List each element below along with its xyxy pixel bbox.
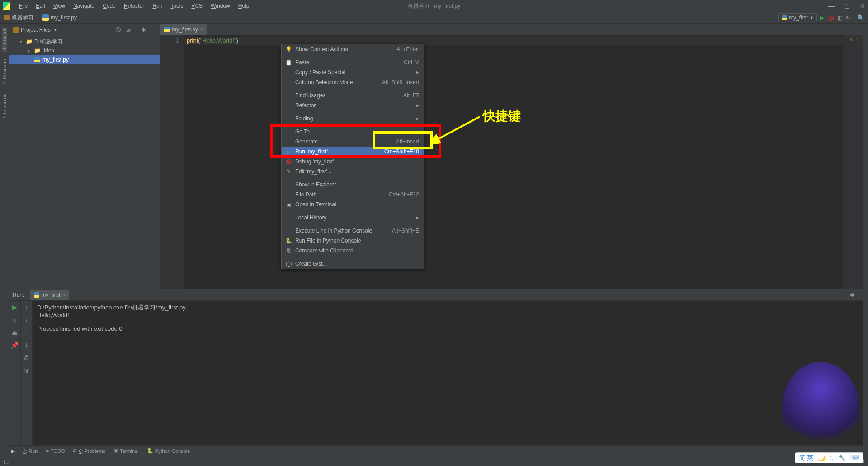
ctx-open-in-terminal[interactable]: ▣Open in Terminal [282, 200, 424, 209]
menu-code[interactable]: Code [99, 1, 119, 10]
stripe-project[interactable]: 1: Project [2, 27, 7, 52]
coverage-button[interactable]: ◧ [837, 14, 843, 21]
search-everywhere-button[interactable]: 🔍 [857, 14, 864, 21]
menu-window[interactable]: Window [207, 1, 234, 10]
run-config-selector[interactable]: my_first ▼ [778, 13, 817, 22]
ctx-file-path[interactable]: File PathCtrl+Alt+F12 [282, 190, 424, 200]
stripe-structure[interactable]: 7: Structure [2, 57, 7, 86]
select-opened-file-button[interactable]: ⦿ [115, 26, 121, 33]
menu-refactor[interactable]: Refactor [120, 1, 148, 10]
clear-button[interactable]: 🗑 [24, 367, 30, 374]
ime-settings-icon[interactable]: 🔧 [838, 454, 846, 461]
run-vertical-toolbar: ▶ ■ ⏏ 📌 [9, 301, 21, 456]
shortcut-label: Ctrl+Alt+F12 [389, 191, 419, 198]
close-tab-button[interactable]: × [200, 26, 203, 33]
ime-lang[interactable]: 简 英 [799, 454, 813, 462]
ime-bar[interactable]: 简 英 🌙 :, 🔧 ⌨ [795, 452, 863, 463]
tree-arrow-icon[interactable]: ▾ [20, 39, 25, 44]
ctx-paste[interactable]: 📋PasteCtrl+V [282, 57, 424, 67]
profile-button[interactable]: ↻ [845, 14, 850, 21]
menu-separator [282, 89, 424, 89]
menu-help[interactable]: Help [235, 1, 253, 10]
hide-button[interactable]: — [151, 26, 156, 33]
breadcrumb[interactable]: 机器学习 〉 my_first.py [4, 14, 77, 22]
ctx-compare-with-clipboard[interactable]: ⎘Compare with Clipboard [282, 246, 424, 256]
ime-keyboard-icon[interactable]: ⌨ [850, 454, 859, 461]
tree-item[interactable]: my_first.py [9, 55, 160, 64]
close-button[interactable]: ✕ [860, 2, 865, 10]
stop-button[interactable]: ■ [13, 316, 16, 323]
ctx-column-selection-mode[interactable]: Column Selection ModeAlt+Shift+Insert [282, 77, 424, 87]
run-output[interactable]: D:\Python\Installation\python.exe D:/机器学… [33, 301, 868, 456]
ctx-execute-line-in-python-console[interactable]: Execute Line in Python ConsoleAlt+Shift+… [282, 226, 424, 236]
debug-button[interactable]: 🐞 [827, 14, 835, 21]
output-line: D:\Python\Installation\python.exe D:/机器学… [37, 304, 863, 312]
settings-button[interactable]: ✱ [850, 292, 854, 298]
python-icon [42, 14, 49, 21]
stripe-favorites[interactable]: 2: Favorites [2, 92, 7, 121]
tree-item[interactable]: ▸📁.idea [9, 46, 160, 55]
up-button[interactable]: ↑ [25, 304, 28, 311]
tool-label: 6: Problems [79, 448, 105, 454]
ctx-item-label: Compare with Clipboard [295, 247, 354, 254]
minimize-button[interactable]: — [828, 2, 835, 10]
close-tab-button[interactable]: × [62, 292, 65, 298]
soft-wrap-button[interactable]: ⤶ [24, 329, 29, 336]
rerun-button[interactable]: ▶ [12, 304, 17, 311]
bottom-tool-problems[interactable]: ⊘6: Problems [73, 448, 105, 454]
ctx-find-usages[interactable]: Find UsagesAlt+F7 [282, 90, 424, 100]
bottom-tool-run[interactable]: 4: Run [23, 448, 38, 454]
ctx-go-to[interactable]: Go To▶ [282, 127, 424, 137]
ctx-run-file-in-python-console[interactable]: 🐍Run File in Python Console [282, 236, 424, 246]
tool-icon: ▣ [113, 448, 118, 454]
down-button[interactable]: ↓ [25, 316, 28, 323]
ctx-debug--my-first-[interactable]: 🐞Debug 'my_first' [282, 157, 424, 166]
run-tool-tab[interactable]: my_first × [30, 290, 69, 300]
ctx-copy---paste-special[interactable]: Copy / Paste Special▶ [282, 67, 424, 77]
ctx-edit--my-first----[interactable]: ✎Edit 'my_first'... [282, 166, 424, 176]
tree-root[interactable]: ▾ 📁 D:\机器学习 [9, 37, 160, 46]
run-button[interactable]: ▶ [820, 14, 825, 21]
ctx-refactor[interactable]: Refactor▶ [282, 100, 424, 110]
editor-tab[interactable]: my_first.py × [160, 24, 208, 35]
ctx-run--my-first-[interactable]: ▶Run 'my_first'Ctrl+Shift+F10 [282, 147, 424, 157]
main-menu: FileEditViewNavigateCodeRefactorRunTools… [15, 1, 253, 10]
menu-run[interactable]: Run [149, 1, 166, 10]
ime-moon-icon[interactable]: 🌙 [818, 454, 826, 461]
menu-view[interactable]: View [50, 1, 69, 10]
menu-edit[interactable]: Edit [32, 1, 49, 10]
menu-tools[interactable]: Tools [167, 1, 187, 10]
maximize-button[interactable]: ◻ [844, 2, 850, 10]
run-tool-header: Run: my_first × ✱ — [9, 289, 868, 301]
menu-separator [282, 178, 424, 178]
pin-button[interactable]: 📌 [11, 342, 19, 349]
ctx-generate---[interactable]: Generate...Alt+Insert [282, 137, 424, 147]
submenu-arrow-icon: ▶ [416, 116, 419, 121]
bottom-tool-todo[interactable]: ≡TODO [46, 448, 65, 454]
menu-file[interactable]: File [15, 1, 31, 10]
ctx-show-context-actions[interactable]: 💡Show Context ActionsAlt+Enter [282, 44, 424, 54]
menu-navigate[interactable]: Navigate [70, 1, 98, 10]
output-line: Process finished with exit code 0 [37, 325, 863, 332]
ctx-show-in-explorer[interactable]: Show in Explorer [282, 180, 424, 190]
ctx-local-history[interactable]: Local History▶ [282, 213, 424, 223]
ctx-create-gist---[interactable]: ◯Create Gist... [282, 259, 424, 269]
scroll-to-end-button[interactable]: ⤓ [24, 342, 29, 349]
expand-all-button[interactable]: ⇲ [126, 26, 131, 33]
project-panel-title[interactable]: Project Files [21, 27, 51, 33]
chevron-down-icon[interactable]: ▼ [53, 28, 57, 32]
ctx-folding[interactable]: Folding▶ [282, 114, 424, 124]
ime-comma-icon[interactable]: :, [830, 454, 834, 461]
ctx-item-label: Paste [295, 59, 309, 66]
exit-button[interactable]: ⏏ [12, 329, 18, 336]
settings-button[interactable]: ✱ [141, 26, 146, 33]
ctx-item-label: Generate... [295, 138, 322, 145]
bottom-tool-terminal[interactable]: ▣Terminal [113, 448, 139, 454]
menu-separator [282, 211, 424, 211]
menu-vcs[interactable]: VCS [188, 1, 206, 10]
tree-arrow-icon[interactable]: ▸ [28, 48, 33, 53]
bottom-tool-pythonconsole[interactable]: 🐍Python Console [147, 448, 190, 454]
tool-windows-button[interactable]: ▢ [4, 458, 9, 465]
run-indicator-icon[interactable]: ▶ [11, 448, 15, 454]
print-button[interactable]: 🖶 [24, 354, 30, 361]
